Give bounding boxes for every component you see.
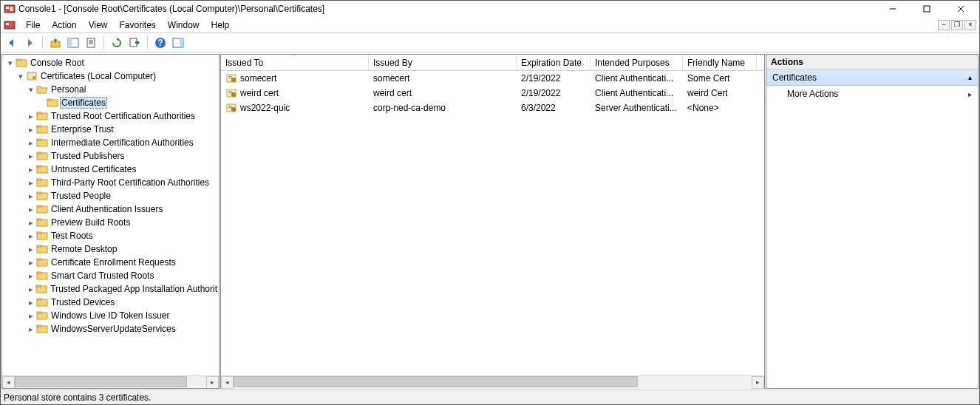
tree-node-store[interactable]: ▸Intermediate Certification Authorities [26, 136, 219, 149]
tree-node-store[interactable]: ▸Client Authentication Issuers [26, 202, 219, 216]
console-tree[interactable]: ▾ Console Root ▾ Certificates (Local Com… [2, 55, 219, 375]
tree-node-certificates-local-computer[interactable]: ▾ Certificates (Local Computer) ▾ [16, 69, 219, 336]
tree-label: Test Roots [50, 231, 95, 241]
tree-node-store[interactable]: ▸Trusted People [26, 189, 219, 202]
menu-action[interactable]: Action [46, 18, 82, 32]
column-header-issued-to[interactable]: Issued To ˄ [221, 55, 369, 70]
tree-node-store[interactable]: ▸Trusted Publishers [26, 149, 219, 163]
tree-node-store[interactable]: ▸Remote Desktop [26, 242, 219, 256]
properties-button[interactable] [83, 35, 99, 51]
tree-label: Certificates (Local Computer) [39, 71, 157, 81]
actions-group-certificates[interactable]: Certificates ▴ [766, 69, 978, 86]
column-header-expiration-date[interactable]: Expiration Date [517, 55, 591, 70]
scroll-thumb[interactable] [234, 376, 638, 387]
back-button[interactable] [4, 35, 20, 51]
list-horizontal-scrollbar[interactable]: ◂ ▸ [221, 375, 764, 388]
scroll-left-button[interactable]: ◂ [221, 376, 234, 389]
scroll-right-button[interactable]: ▸ [206, 376, 219, 389]
cell-issued-by: somecert [373, 73, 409, 84]
tree-node-store[interactable]: ▸Trusted Packaged App Installation Autho… [26, 282, 219, 296]
tree-node-console-root[interactable]: ▾ Console Root ▾ Certificates (Local Com… [5, 56, 219, 336]
actions-more-actions[interactable]: More Actions ▸ [766, 86, 978, 102]
show-hide-action-pane-button[interactable] [170, 35, 186, 51]
tree-label: Certificates [60, 97, 107, 109]
toolbar-separator [42, 36, 43, 50]
folder-open-icon [36, 84, 48, 95]
tree-node-personal[interactable]: ▾ Personal [26, 83, 219, 109]
tree-node-store[interactable]: ▸Smart Card Trusted Roots [26, 269, 219, 282]
expand-icon[interactable]: ▸ [26, 151, 36, 161]
cell-expiration-date: 2/19/2022 [521, 88, 560, 98]
svg-rect-72 [228, 107, 232, 108]
expand-icon[interactable]: ▸ [26, 231, 36, 241]
scroll-thumb[interactable] [15, 376, 187, 387]
tree-node-store[interactable]: ▸WindowsServerUpdateServices [26, 322, 219, 336]
expand-icon[interactable]: ▸ [26, 204, 36, 214]
console-tree-pane: ▾ Console Root ▾ Certificates (Local Com… [1, 54, 220, 389]
help-button[interactable]: ? [152, 35, 169, 51]
minimize-button[interactable] [876, 1, 910, 17]
refresh-button[interactable] [109, 35, 125, 51]
menu-help[interactable]: Help [205, 18, 236, 32]
expand-icon[interactable]: ▸ [26, 111, 36, 121]
folder-icon [35, 283, 47, 295]
expand-icon[interactable]: ▸ [26, 324, 36, 334]
mdi-minimize-button[interactable]: – [938, 20, 950, 30]
folder-icon [36, 190, 48, 202]
close-button[interactable] [944, 1, 978, 17]
tree-node-store[interactable]: ▸Trusted Root Certification Authorities [26, 109, 219, 123]
expand-icon[interactable]: ▸ [26, 137, 36, 148]
menu-file[interactable]: File [20, 18, 46, 32]
certificate-icon [225, 87, 237, 99]
maximize-button[interactable] [910, 1, 944, 17]
expand-icon[interactable]: ▸ [26, 177, 36, 188]
tree-node-store[interactable]: ▸Preview Build Roots [26, 216, 219, 229]
svg-point-24 [33, 76, 35, 79]
forward-button[interactable] [21, 35, 38, 51]
tree-horizontal-scrollbar[interactable]: ◂ ▸ [2, 375, 219, 388]
folder-icon [36, 177, 48, 188]
collapse-icon[interactable]: ▾ [5, 58, 16, 68]
certificate-row[interactable]: weird certweird cert2/19/2022Client Auth… [221, 86, 764, 101]
collapse-icon[interactable]: ▾ [26, 84, 36, 95]
tree-node-store[interactable]: ▸Trusted Devices [26, 296, 219, 309]
cell-expiration-date: 2/19/2022 [521, 73, 560, 84]
tree-node-store[interactable]: ▸Test Roots [26, 229, 219, 242]
menu-bar: File Action View Favorites Window Help –… [1, 17, 979, 33]
export-list-button[interactable] [126, 35, 143, 51]
expand-icon[interactable]: ▸ [26, 244, 36, 254]
menu-view[interactable]: View [83, 18, 114, 32]
certificate-row[interactable]: ws2022-quiccorp-ned-ca-demo6/3/2022Serve… [221, 101, 764, 115]
column-header-friendly-name[interactable]: Friendly Name [683, 55, 757, 70]
menu-favorites[interactable]: Favorites [114, 18, 162, 32]
tree-node-store[interactable]: ▸Enterprise Trust [26, 123, 219, 136]
tree-node-store[interactable]: ▸Certificate Enrollment Requests [26, 256, 219, 269]
certificate-row[interactable]: somecertsomecert2/19/2022Client Authenti… [221, 71, 764, 86]
show-hide-console-tree-button[interactable] [65, 35, 81, 51]
expand-icon[interactable]: ▸ [26, 270, 36, 281]
expand-icon[interactable]: ▸ [26, 297, 36, 307]
expand-icon[interactable]: ▸ [26, 191, 36, 201]
tree-node-store[interactable]: ▸Untrusted Certificates [26, 163, 219, 176]
expand-icon[interactable]: ▸ [26, 310, 36, 321]
scroll-right-button[interactable]: ▸ [752, 376, 764, 389]
column-header-issued-by[interactable]: Issued By [369, 55, 517, 70]
column-header-intended-purposes[interactable]: Intended Purposes [591, 55, 683, 70]
tree-node-certificates[interactable]: Certificates [36, 96, 219, 109]
menu-window[interactable]: Window [162, 18, 205, 32]
expand-icon[interactable]: ▸ [26, 164, 36, 174]
mdi-close-button[interactable]: × [964, 20, 976, 30]
expand-icon[interactable]: ▸ [26, 284, 35, 294]
cell-expiration-date: 6/3/2022 [521, 103, 556, 113]
scroll-left-button[interactable]: ◂ [2, 376, 15, 389]
expand-icon[interactable]: ▸ [26, 217, 36, 228]
expand-icon[interactable]: ▸ [26, 257, 36, 268]
expand-icon[interactable]: ▸ [26, 124, 36, 135]
mdi-restore-button[interactable]: ❐ [951, 20, 963, 30]
tree-node-store[interactable]: ▸Windows Live ID Token Issuer [26, 309, 219, 322]
collapse-icon[interactable]: ▾ [16, 71, 26, 81]
list-body[interactable]: somecertsomecert2/19/2022Client Authenti… [221, 71, 764, 375]
svg-rect-40 [37, 192, 41, 194]
tree-node-store[interactable]: ▸Third-Party Root Certification Authorit… [26, 176, 219, 189]
up-one-level-button[interactable] [47, 35, 64, 51]
